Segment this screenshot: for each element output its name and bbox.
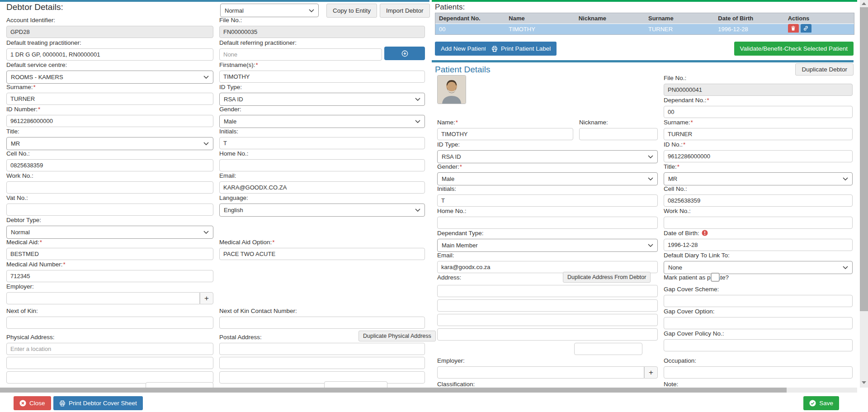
patient-email-field: Email: (437, 252, 658, 273)
physical-address-line1-input[interactable] (6, 343, 213, 355)
debtor-title-select[interactable]: MR (6, 137, 213, 150)
patient-title-select[interactable]: MR (664, 172, 853, 185)
col-nickname: Nickname (575, 13, 645, 24)
debtor-vat-field: Vat No.: (6, 194, 213, 216)
debtor-type-select[interactable]: Normal (6, 226, 213, 239)
patient-cell-input[interactable] (664, 194, 853, 207)
patient-home-input[interactable] (437, 217, 658, 229)
print-patient-label-button[interactable]: Print Patient Label (486, 42, 557, 56)
save-button[interactable]: Save (803, 396, 839, 410)
patient-dependant-no-input[interactable] (664, 106, 853, 118)
patient-address-line1-input[interactable] (437, 285, 658, 297)
scroll-up-arrow[interactable] (862, 2, 866, 5)
occupation-input[interactable] (664, 366, 853, 379)
debtor-employer-add-button[interactable]: + (200, 292, 213, 304)
physical-address-line3-input[interactable] (6, 371, 213, 384)
patient-work-input[interactable] (664, 217, 853, 229)
dependant-type-select[interactable]: Main Member (437, 239, 658, 252)
language-select[interactable]: English (219, 204, 425, 217)
debtor-email-input[interactable] (219, 181, 425, 194)
debtor-file-no-input[interactable] (219, 26, 425, 38)
debtor-cell-input[interactable] (6, 159, 213, 171)
patient-employer-add-button[interactable]: + (644, 366, 658, 379)
firstnames-input[interactable] (219, 71, 425, 83)
gap-cover-policy-input[interactable] (664, 339, 853, 351)
patient-address-code-input[interactable] (574, 343, 642, 355)
debtor-id-type-select[interactable]: RSA ID (219, 93, 425, 106)
patient-table-row-selected[interactable]: 00 TIMOTHY TURNER 1996-12-28 (435, 24, 854, 34)
patient-initials-label: Initials: (437, 185, 658, 193)
duplicate-physical-address-button[interactable]: Duplicate Physical Address (359, 331, 436, 341)
patient-surname-field: Surname:* (664, 119, 853, 140)
service-centre-select[interactable]: ROOMS - KAMERS (6, 71, 213, 84)
copy-to-entity-button[interactable]: Copy to Entity (326, 4, 377, 18)
patient-address-line3-input[interactable] (437, 314, 658, 326)
debtor-gender-field: Gender: Male (219, 106, 425, 128)
account-identifier-input[interactable] (6, 26, 213, 38)
patient-id-no-input[interactable] (664, 150, 853, 162)
debtor-vat-input[interactable] (6, 204, 213, 216)
medical-aid-number-input[interactable] (6, 270, 213, 282)
debtor-employer-input[interactable] (6, 292, 200, 304)
patient-name-field: Name:* (437, 119, 573, 140)
validate-benefit-check-button[interactable]: Validate/Benefit-Check Selected Patient (734, 42, 854, 56)
medical-aid-input[interactable] (6, 248, 213, 260)
debtor-initials-input[interactable] (219, 137, 425, 149)
default-diary-select[interactable]: None (664, 261, 853, 274)
patient-gender-select[interactable]: Male (437, 172, 658, 185)
debtor-status-select[interactable]: Normal (220, 4, 319, 17)
patient-title-label: Title:* (664, 163, 853, 171)
date-of-birth-label: Date of Birth: (664, 230, 853, 237)
postal-address-line3-input[interactable] (219, 371, 425, 384)
patient-initials-input[interactable] (437, 194, 658, 207)
debtor-work-input[interactable] (6, 181, 213, 194)
gap-cover-scheme-field: Gap Cover Scheme: (664, 286, 853, 307)
mark-private-checkbox[interactable] (711, 273, 720, 282)
delete-patient-button[interactable] (788, 24, 799, 33)
patient-address-line2-input[interactable] (437, 299, 658, 312)
patient-id-type-select[interactable]: RSA ID (437, 150, 658, 163)
patient-address-line4-input[interactable] (437, 328, 658, 341)
add-referring-practitioner-button[interactable] (384, 47, 425, 60)
patients-table-header-row: Dependant No. Name Nickname Surname Date… (435, 13, 854, 24)
add-new-patient-button[interactable]: Add New Patient (435, 42, 492, 56)
duplicate-debtor-button[interactable]: Duplicate Debtor (795, 63, 854, 76)
close-button[interactable]: Close (14, 396, 51, 410)
referring-practitioner-input[interactable] (219, 48, 382, 61)
postal-address-line2-input[interactable] (219, 357, 425, 369)
medical-aid-label: Medical Aid:* (6, 239, 213, 246)
nok-contact-input[interactable] (219, 317, 425, 329)
col-date-of-birth: Date of Birth (714, 13, 784, 24)
medical-aid-option-input[interactable] (219, 248, 425, 260)
patient-name-input[interactable] (437, 128, 573, 140)
patient-employer-input[interactable] (437, 366, 644, 379)
link-patient-button[interactable] (801, 24, 811, 33)
postal-address-line1-input[interactable] (219, 343, 425, 355)
gap-cover-option-input[interactable] (664, 317, 853, 329)
debtor-email-field: Email: (219, 172, 425, 194)
cell-surname: TURNER (645, 24, 714, 34)
gap-cover-scheme-input[interactable] (664, 295, 853, 307)
debtor-vat-label: Vat No.: (6, 194, 213, 202)
debtor-home-input[interactable] (219, 159, 425, 171)
physical-address-line2-input[interactable] (6, 357, 213, 369)
patient-photo[interactable] (437, 75, 466, 104)
debtor-surname-input[interactable] (6, 93, 213, 105)
vertical-scrollbar-thumb[interactable] (860, 7, 868, 311)
date-of-birth-input[interactable] (664, 239, 853, 251)
treating-practitioner-input[interactable] (6, 48, 213, 61)
next-of-kin-input[interactable] (6, 317, 213, 329)
patient-email-input[interactable] (437, 261, 658, 273)
patient-file-no-input[interactable] (664, 84, 853, 96)
gap-cover-option-label: Gap Cover Option: (664, 308, 853, 316)
debtor-id-number-input[interactable] (6, 115, 213, 127)
patient-nickname-input[interactable] (579, 128, 658, 140)
print-debtor-cover-sheet-button[interactable]: Print Debtor Cover Sheet (53, 396, 143, 410)
duplicate-address-from-debtor-button[interactable]: Duplicate Address From Debtor (563, 272, 651, 283)
service-centre-field: Default service centre: ROOMS - KAMERS (6, 62, 213, 84)
scroll-down-arrow[interactable] (862, 381, 866, 384)
patient-surname-input[interactable] (664, 128, 853, 140)
import-debtor-button[interactable]: Import Debtor (380, 4, 430, 18)
horizontal-scrollbar-thumb[interactable] (0, 388, 787, 393)
debtor-gender-select[interactable]: Male (219, 115, 425, 128)
